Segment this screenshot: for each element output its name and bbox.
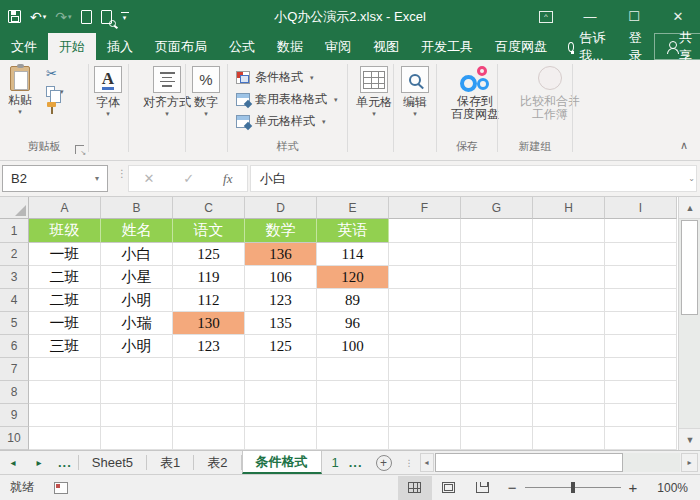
zoom-slider-thumb[interactable]: [571, 482, 575, 493]
cell-I10[interactable]: [605, 427, 677, 450]
ribbon-tab-数据[interactable]: 数据: [266, 33, 314, 60]
conditional-formatting-button[interactable]: 条件格式▾: [236, 69, 314, 86]
cell-C1[interactable]: 语文: [173, 219, 245, 243]
row-header-5[interactable]: 5: [0, 312, 29, 335]
cell-H10[interactable]: [533, 427, 605, 450]
cell-E9[interactable]: [317, 404, 389, 427]
cell-G5[interactable]: [461, 312, 533, 335]
cell-E5[interactable]: 96: [317, 312, 389, 335]
cell-D3[interactable]: 106: [245, 266, 317, 289]
cell-D9[interactable]: [245, 404, 317, 427]
cell-C2[interactable]: 125: [173, 243, 245, 266]
cell-D2[interactable]: 136: [245, 243, 317, 266]
cell-G7[interactable]: [461, 358, 533, 381]
insert-function-icon[interactable]: fx: [223, 171, 232, 187]
ribbon-tab-开始[interactable]: 开始: [48, 33, 96, 60]
sheet-nav-left-icon[interactable]: ◂: [0, 451, 26, 474]
sheet-tab-条件格式[interactable]: 条件格式: [242, 451, 322, 474]
cell-E8[interactable]: [317, 381, 389, 404]
cell-H5[interactable]: [533, 312, 605, 335]
cell-I2[interactable]: [605, 243, 677, 266]
cell-D8[interactable]: [245, 381, 317, 404]
column-header-D[interactable]: D: [245, 197, 317, 219]
column-header-C[interactable]: C: [173, 197, 245, 219]
cell-I9[interactable]: [605, 404, 677, 427]
column-header-E[interactable]: E: [317, 197, 389, 219]
cell-F5[interactable]: [389, 312, 461, 335]
row-header-3[interactable]: 3: [0, 266, 29, 289]
cell-C8[interactable]: [173, 381, 245, 404]
save-to-baidu-button[interactable]: 保存到 百度网盘: [451, 66, 499, 121]
sheet-tab-表2[interactable]: 表2: [194, 451, 240, 474]
cell-I7[interactable]: [605, 358, 677, 381]
cell-I5[interactable]: [605, 312, 677, 335]
normal-view-button[interactable]: [398, 476, 432, 500]
cell-C7[interactable]: [173, 358, 245, 381]
cell-B9[interactable]: [101, 404, 173, 427]
scroll-left-icon[interactable]: ◂: [420, 453, 434, 472]
cell-C4[interactable]: 112: [173, 289, 245, 312]
cell-B3[interactable]: 小星: [101, 266, 173, 289]
cell-G4[interactable]: [461, 289, 533, 312]
cell-B6[interactable]: 小明: [101, 335, 173, 358]
number-button[interactable]: % 数字 ▾: [192, 66, 220, 118]
ribbon-tab-文件[interactable]: 文件: [0, 33, 48, 60]
cell-G1[interactable]: [461, 219, 533, 243]
compare-merge-button[interactable]: 比较和合并 工作簿: [520, 66, 580, 121]
page-break-view-button[interactable]: [466, 476, 500, 500]
cell-C3[interactable]: 119: [173, 266, 245, 289]
ribbon-tab-审阅[interactable]: 审阅: [314, 33, 362, 60]
column-header-H[interactable]: H: [533, 197, 605, 219]
cell-H4[interactable]: [533, 289, 605, 312]
cell-B10[interactable]: [101, 427, 173, 450]
cell-D7[interactable]: [245, 358, 317, 381]
share-button[interactable]: 共享: [654, 33, 700, 60]
column-header-B[interactable]: B: [101, 197, 173, 219]
cell-E6[interactable]: 100: [317, 335, 389, 358]
cell-F10[interactable]: [389, 427, 461, 450]
cell-C9[interactable]: [173, 404, 245, 427]
cell-A1[interactable]: 班级: [29, 219, 101, 243]
cell-B2[interactable]: 小白: [101, 243, 173, 266]
cell-G9[interactable]: [461, 404, 533, 427]
cut-button[interactable]: ✂: [46, 66, 64, 81]
column-header-F[interactable]: F: [389, 197, 461, 219]
expand-formula-bar-icon[interactable]: ⌄: [688, 174, 695, 183]
cell-A5[interactable]: 一班: [29, 312, 101, 335]
zoom-level[interactable]: 100%: [645, 481, 688, 495]
name-box-dropdown-icon[interactable]: ▾: [95, 174, 99, 183]
cell-E10[interactable]: [317, 427, 389, 450]
cell-I4[interactable]: [605, 289, 677, 312]
zoom-out-icon[interactable]: −: [500, 479, 525, 496]
clipboard-dialog-launcher-icon[interactable]: [75, 145, 84, 154]
cell-F1[interactable]: [389, 219, 461, 243]
sheet-nav-overflow[interactable]: ...: [52, 451, 78, 474]
name-box[interactable]: B2 ▾: [2, 165, 108, 192]
editing-button[interactable]: 编辑 ▾: [401, 66, 429, 118]
sheet-nav-right-icon[interactable]: ▸: [26, 451, 52, 474]
ribbon-tab-百度网盘[interactable]: 百度网盘: [484, 33, 558, 60]
row-header-10[interactable]: 10: [0, 427, 29, 450]
cell-G6[interactable]: [461, 335, 533, 358]
cell-A2[interactable]: 一班: [29, 243, 101, 266]
column-header-I[interactable]: I: [605, 197, 677, 219]
row-header-7[interactable]: 7: [0, 358, 29, 381]
cell-A4[interactable]: 二班: [29, 289, 101, 312]
cell-G3[interactable]: [461, 266, 533, 289]
horizontal-scrollbar[interactable]: ◂ ▸: [420, 453, 698, 472]
cell-styles-button[interactable]: 单元格样式▾: [236, 113, 326, 130]
cell-H1[interactable]: [533, 219, 605, 243]
tabbar-drag-handle[interactable]: ⋮: [399, 451, 420, 474]
cell-A6[interactable]: 三班: [29, 335, 101, 358]
cell-I1[interactable]: [605, 219, 677, 243]
zoom-in-icon[interactable]: +: [621, 479, 646, 496]
cell-I3[interactable]: [605, 266, 677, 289]
cell-I8[interactable]: [605, 381, 677, 404]
cell-D6[interactable]: 125: [245, 335, 317, 358]
cell-H7[interactable]: [533, 358, 605, 381]
ribbon-tab-公式[interactable]: 公式: [218, 33, 266, 60]
ribbon-tab-页面布局[interactable]: 页面布局: [144, 33, 218, 60]
cell-H8[interactable]: [533, 381, 605, 404]
row-header-6[interactable]: 6: [0, 335, 29, 358]
cell-F7[interactable]: [389, 358, 461, 381]
